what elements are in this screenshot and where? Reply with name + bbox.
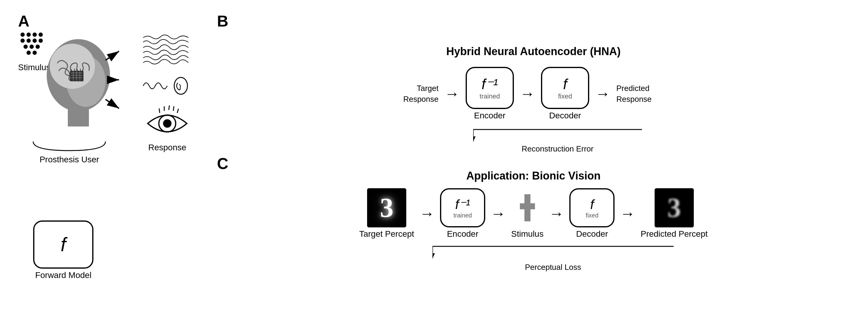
arrow-c-3: → <box>549 206 564 221</box>
reconstruction-arrow-icon <box>473 125 642 143</box>
encoder-trained-b: trained <box>479 93 500 100</box>
panel-c-title: Application: Bionic Vision <box>217 170 850 182</box>
arrow-2: → <box>520 86 535 101</box>
eeg-waves-area <box>142 33 190 67</box>
svg-point-5 <box>27 39 31 43</box>
target-response-label: TargetResponse <box>390 83 438 105</box>
encoder-wrap-b: f⁻¹ trained Encoder <box>466 67 514 121</box>
panel-b-label: B <box>217 12 228 30</box>
svg-point-34 <box>163 119 172 128</box>
reconstruction-error-area: Reconstruction Error <box>265 125 850 153</box>
svg-rect-44 <box>520 203 535 209</box>
arrow-3: → <box>595 86 610 101</box>
response-label: Response <box>145 143 190 152</box>
stimulus-cross-icon <box>518 193 536 223</box>
predicted-percept-box: 3 <box>655 188 694 228</box>
svg-line-37 <box>169 105 169 110</box>
encoder-box-b: f⁻¹ trained <box>466 67 514 109</box>
prosthesis-label: Prosthesis User <box>27 155 112 165</box>
svg-point-1 <box>27 33 31 37</box>
panel-c-label: C <box>217 154 228 173</box>
digit-3-right: 3 <box>667 194 681 221</box>
eye-icon <box>145 105 190 142</box>
stimulus-dots-icon <box>18 30 45 60</box>
svg-point-11 <box>27 50 31 55</box>
svg-rect-14 <box>68 108 89 127</box>
decoder-f-c: f <box>590 197 594 212</box>
arrow-c-1: → <box>420 206 435 221</box>
forward-model-area: f Forward Model <box>33 220 93 280</box>
svg-line-39 <box>177 109 179 113</box>
predicted-response-label: PredictedResponse <box>616 83 677 105</box>
svg-point-9 <box>30 44 34 49</box>
panel-a-inner: Stimulus <box>18 30 193 289</box>
decoder-label-c: Decoder <box>576 229 608 239</box>
svg-marker-47 <box>433 253 435 259</box>
eye-area: Response <box>145 105 190 152</box>
stimulus-label-c: Stimulus <box>511 229 544 239</box>
svg-line-30 <box>105 99 119 108</box>
forward-model-label: Forward Model <box>33 270 93 280</box>
forward-model-box: f <box>33 220 93 269</box>
decoder-fixed-c: fixed <box>586 212 598 219</box>
panel-c-flow: 3 Target Percept → f⁻¹ trained En <box>217 188 850 239</box>
encoder-wrap-c: f⁻¹ trained Encoder <box>440 188 485 239</box>
svg-point-12 <box>33 50 37 55</box>
perceptual-loss-arrow-icon <box>433 242 674 262</box>
f-symbol-a: f <box>61 235 66 254</box>
svg-point-8 <box>24 44 28 49</box>
main-container: A <box>0 0 868 309</box>
svg-point-6 <box>33 39 37 43</box>
head-silhouette <box>42 36 121 134</box>
panel-a-label: A <box>18 12 30 30</box>
reconstruction-error-label: Reconstruction Error <box>522 144 593 153</box>
arrow-1: → <box>444 86 460 101</box>
svg-point-0 <box>21 33 25 37</box>
eeg-waves-icon <box>142 33 190 66</box>
curly-brace-icon <box>30 139 108 153</box>
decoder-fixed-b: fixed <box>558 93 572 100</box>
encoder-f-b: f⁻¹ <box>482 76 498 93</box>
decoder-label-b: Decoder <box>549 111 581 121</box>
predicted-percept-wrap: 3 Predicted Percept <box>641 188 708 239</box>
stimulus-plus-area <box>516 188 539 228</box>
sound-ear-area <box>142 77 190 96</box>
encoder-label-b: Encoder <box>474 111 505 121</box>
arrow-c-2: → <box>491 206 506 221</box>
svg-point-4 <box>21 39 25 43</box>
panel-b-title: Hybrid Neural Autoencoder (HNA) <box>217 45 850 58</box>
svg-line-35 <box>159 108 160 113</box>
panel-bc: B Hybrid Neural Autoencoder (HNA) Target… <box>193 12 850 297</box>
decoder-box-c: f fixed <box>569 188 615 228</box>
encoder-label-c: Encoder <box>447 229 478 239</box>
svg-line-28 <box>105 51 119 60</box>
panel-b-flow: TargetResponse → f⁻¹ trained Encoder <box>217 67 850 121</box>
predicted-percept-label: Predicted Percept <box>641 229 708 239</box>
target-percept-label: Target Percept <box>359 229 414 239</box>
panel-a: A <box>18 12 193 297</box>
panel-b-content: Hybrid Neural Autoencoder (HNA) TargetRe… <box>217 12 850 153</box>
prosthesis-user-area: Prosthesis User <box>27 139 112 165</box>
target-percept-wrap: 3 Target Percept <box>359 188 414 239</box>
decoder-wrap-b: f fixed Decoder <box>541 67 589 121</box>
encoder-box-c: f⁻¹ trained <box>440 188 485 228</box>
encoder-trained-c: trained <box>454 212 472 219</box>
decoder-box-b: f fixed <box>541 67 589 109</box>
arrow-c-4: → <box>620 206 635 221</box>
sound-wave-icon <box>142 77 190 95</box>
svg-point-32 <box>174 77 187 94</box>
decoder-f-b: f <box>563 76 567 93</box>
panel-c-content: Application: Bionic Vision 3 Target Perc… <box>217 154 850 272</box>
stimulus-wrap-c: Stimulus <box>511 188 544 239</box>
svg-marker-42 <box>473 136 475 142</box>
perceptual-loss-label: Perceptual Loss <box>525 263 581 272</box>
digit-3-left: 3 <box>380 194 394 221</box>
panel-b: B Hybrid Neural Autoencoder (HNA) Target… <box>217 12 850 154</box>
panel-c: C Application: Bionic Vision 3 Target Pe… <box>217 154 850 297</box>
perceptual-loss-area: Perceptual Loss <box>256 242 850 272</box>
svg-point-10 <box>36 44 40 49</box>
svg-line-38 <box>173 106 174 111</box>
svg-point-2 <box>33 33 37 37</box>
svg-point-16 <box>50 44 95 89</box>
decoder-wrap-c: f fixed Decoder <box>569 188 615 239</box>
